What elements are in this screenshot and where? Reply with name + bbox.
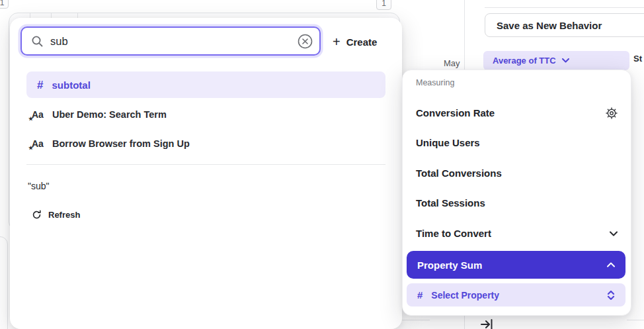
- search-result-label: Borrow Browser from Sign Up: [52, 138, 190, 149]
- grid-hline-top: [485, 7, 644, 8]
- search-result-label: subtotal: [52, 79, 90, 91]
- save-as-new-behavior-button[interactable]: Save as New Behavior: [485, 13, 644, 37]
- search-input[interactable]: [50, 35, 290, 48]
- search-box[interactable]: [20, 26, 321, 56]
- text-type-glyph: Aa: [32, 138, 44, 149]
- menu-item-total-sessions[interactable]: Total Sessions: [403, 188, 631, 218]
- menu-item-conversion-rate[interactable]: Conversion Rate: [403, 98, 631, 128]
- measuring-menu-header: Measuring: [416, 78, 454, 87]
- menu-item-label: Total Conversions: [416, 167, 502, 179]
- search-result-row[interactable]: Aa ★ Borrow Browser from Sign Up: [26, 130, 385, 157]
- create-button-label: Create: [346, 36, 378, 48]
- select-property-dropdown[interactable]: # Select Property: [407, 283, 625, 306]
- background-tab-separator: [51, 13, 52, 18]
- metric-dropdown-pill[interactable]: Average of TTC: [483, 51, 629, 70]
- text-type-glyph: Aa: [32, 109, 44, 120]
- grid-hline-bottom-right: [627, 320, 644, 320]
- menu-item-label: Property Sum: [417, 259, 482, 271]
- annotation-badge-label: 1: [382, 0, 386, 8]
- measuring-dropdown-menu: Measuring Conversion Rate Unique Users T…: [402, 70, 631, 316]
- search-result-label: Uber Demo: Search Term: [52, 109, 167, 120]
- number-property-icon: #: [417, 290, 423, 300]
- chevron-down-icon: [562, 58, 569, 63]
- grid-hline-bottom-left: [402, 320, 430, 320]
- annotation-badge: 1: [0, 0, 9, 9]
- star-badge-icon: ★: [28, 117, 33, 122]
- text-property-icon: Aa ★: [32, 110, 44, 119]
- annotation-badge-label: 1: [0, 0, 4, 7]
- search-icon: [31, 35, 44, 48]
- gear-icon[interactable]: [606, 107, 618, 119]
- background-card-lower: [0, 236, 8, 329]
- search-result-row[interactable]: Aa ★ Uber Demo: Search Term: [26, 101, 385, 128]
- text-property-icon: Aa ★: [32, 139, 44, 148]
- create-button[interactable]: + Create: [333, 32, 377, 52]
- menu-item-total-conversions[interactable]: Total Conversions: [403, 158, 631, 188]
- background-tab-separator: [30, 13, 30, 18]
- annotation-badge: 1: [376, 0, 391, 10]
- search-query-echo: "sub": [28, 181, 50, 191]
- menu-item-property-sum-selected[interactable]: Property Sum: [407, 251, 625, 279]
- refresh-label: Refresh: [48, 210, 80, 220]
- app-canvas: 1 1 May St Save as New Behavior Average …: [0, 0, 644, 329]
- menu-item-label: Conversion Rate: [416, 107, 495, 118]
- refresh-icon: [32, 210, 42, 220]
- search-dropdown-panel: + Create # subtotal Aa ★ Uber Demo: Sear…: [10, 18, 402, 329]
- up-down-selector-icon: [607, 291, 615, 300]
- background-tab-separator: [77, 13, 78, 18]
- menu-item-time-to-convert[interactable]: Time to Convert: [403, 218, 631, 248]
- search-result-subtotal[interactable]: # subtotal: [26, 71, 385, 98]
- star-badge-icon: ★: [28, 146, 33, 151]
- save-as-new-behavior-label: Save as New Behavior: [497, 20, 602, 31]
- number-property-icon: #: [37, 79, 43, 91]
- chevron-up-icon: [607, 262, 615, 267]
- select-property-label: Select Property: [431, 290, 499, 301]
- chevron-down-icon: [610, 231, 618, 236]
- menu-item-label: Total Sessions: [416, 197, 485, 209]
- menu-item-unique-users[interactable]: Unique Users: [403, 128, 631, 158]
- menu-item-label: Unique Users: [416, 137, 480, 148]
- menu-item-label: Time to Convert: [416, 228, 491, 239]
- arrow-to-bar-icon: [481, 319, 494, 329]
- clear-search-button[interactable]: [297, 33, 313, 50]
- metric-dropdown-label: Average of TTC: [493, 56, 556, 66]
- axis-month-label: May: [444, 58, 460, 68]
- results-divider: [26, 164, 385, 165]
- refresh-button[interactable]: Refresh: [32, 207, 80, 222]
- plus-icon: +: [333, 35, 341, 48]
- partial-right-label: St: [633, 54, 642, 64]
